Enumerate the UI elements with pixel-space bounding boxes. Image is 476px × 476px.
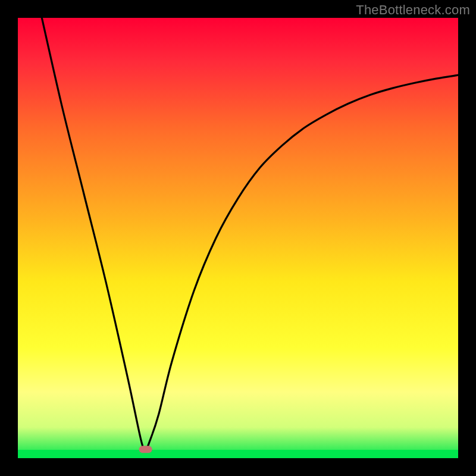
chart-frame: TheBottleneck.com bbox=[0, 0, 476, 476]
svg-rect-0 bbox=[18, 18, 458, 458]
chart-plot-area bbox=[18, 18, 458, 458]
watermark-text: TheBottleneck.com bbox=[356, 2, 470, 18]
chart-svg bbox=[18, 18, 458, 458]
svg-rect-2 bbox=[139, 446, 152, 453]
svg-rect-1 bbox=[18, 450, 458, 458]
